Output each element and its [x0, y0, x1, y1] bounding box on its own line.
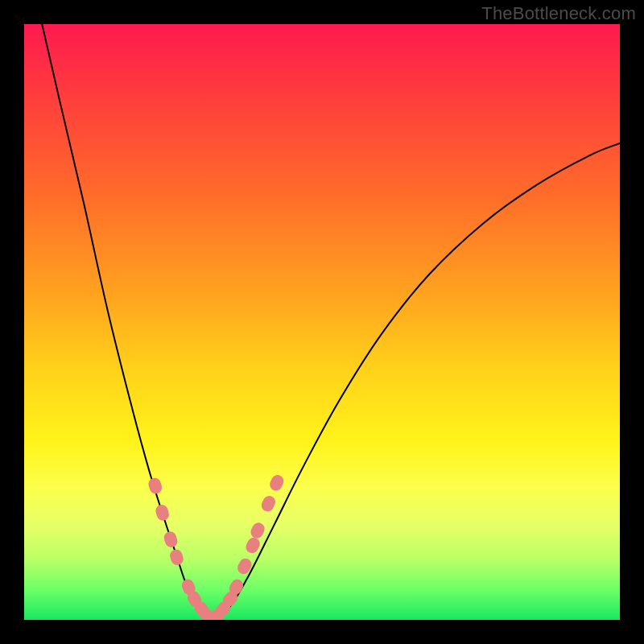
highlight-marker [235, 556, 254, 576]
highlight-marker [249, 521, 267, 541]
watermark-text: TheBottleneck.com [481, 3, 636, 24]
highlight-marker [163, 530, 180, 549]
highlight-marker [154, 503, 171, 522]
marker-group [147, 473, 286, 620]
right-curve-path [212, 143, 620, 620]
highlight-marker [168, 547, 185, 567]
left-curve-path [42, 24, 212, 620]
highlight-marker [267, 473, 286, 493]
highlight-marker [147, 477, 164, 495]
highlight-marker [244, 535, 262, 555]
plot-area [24, 24, 620, 620]
highlight-marker [259, 493, 278, 514]
curve-svg [24, 24, 620, 620]
chart-frame: TheBottleneck.com [0, 0, 644, 644]
